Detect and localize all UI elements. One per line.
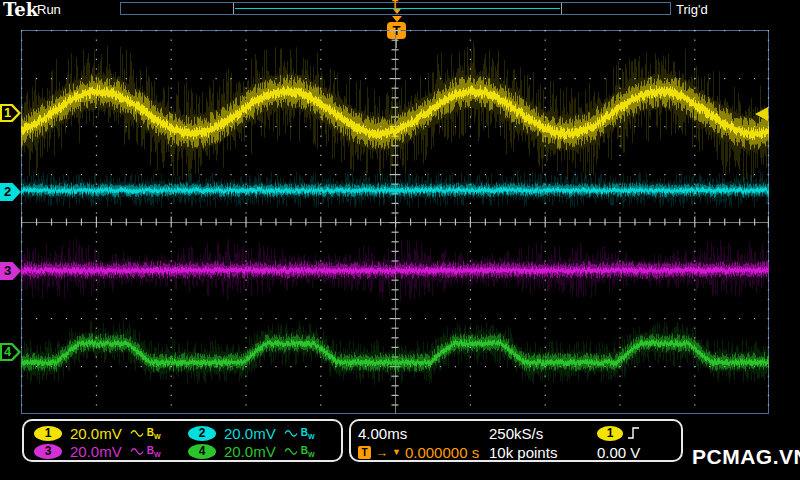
record-length: 10k points [489,444,557,460]
channel-2-marker-label: 2 [0,183,15,201]
channel-3-scale: 20.0mV [70,443,122,460]
rising-edge-slope-icon [627,426,640,440]
channel-4-scale: 20.0mV [224,443,276,460]
timebase-trigger-readout-box: 4.00ms 250kS/s 1 T → ▼ 0.000000 s 10k po… [349,419,683,462]
trigger-position-value: 0.000000 s [405,444,479,461]
channel-4-badge: 4 [188,444,216,459]
trigger-source-slope: 1 [597,425,640,441]
channel-2-marker: 2 [0,183,21,201]
channel-2-indicators: BW [284,427,315,440]
oscilloscope-screen: Tek Run Trig'd T T 1 2 3 4 1 20.0mV [0,0,800,480]
right-arrow-icon: → [375,445,388,460]
bandwidth-limit-icon: BW [147,445,161,458]
channel-4-marker: 4 [0,343,21,361]
channel-4-marker-label: 4 [0,343,15,361]
timebase-scale: 4.00ms [358,425,407,441]
channel-2-badge: 2 [188,426,216,441]
bandwidth-limit-icon: BW [147,427,161,440]
channel-3-marker: 3 [0,262,21,280]
watermark: PCMAG.VN [692,445,800,469]
trigger-t-icon: T [358,446,371,459]
channel-4-indicators: BW [284,445,315,458]
bandwidth-limit-icon: BW [301,427,315,440]
trigger-mini-arrow-icon [393,9,401,14]
trigger-position-readout: T → ▼ 0.000000 s [358,444,479,460]
trigger-source-badge: 1 [597,426,623,441]
channel-1-marker: 1 [0,104,21,122]
channel-3-indicators: BW [130,445,161,458]
channel-3-badge: 3 [34,444,62,459]
ac-coupling-icon [130,447,144,456]
channel-readout-box: 1 20.0mV BW 2 20.0mV BW 3 20.0mV BW 4 [22,419,343,462]
bandwidth-limit-icon: BW [301,445,315,458]
record-window-bracket-left [233,3,234,14]
trigger-level-arrow-icon [755,107,768,121]
channel-3-readout: 3 20.0mV BW [34,443,161,459]
channel-2-readout: 2 20.0mV BW [188,425,315,441]
record-window-bracket-right [561,3,562,14]
ac-coupling-icon [284,447,298,456]
ac-coupling-icon [130,429,144,438]
channel-1-badge: 1 [34,426,62,441]
channel-3-marker-label: 3 [0,262,15,280]
trigger-status: Trig'd [676,2,708,17]
channel-4-readout: 4 20.0mV BW [188,443,315,459]
channel-2-scale: 20.0mV [224,425,276,442]
sample-rate: 250kS/s [489,425,543,441]
channel-1-marker-label: 1 [0,104,15,122]
waveform-display [21,16,769,414]
channel-1-indicators: BW [130,427,161,440]
channel-1-readout: 1 20.0mV BW [34,425,161,441]
down-triangle-icon: ▼ [392,447,401,457]
channel-1-scale: 20.0mV [70,425,122,442]
acquisition-status: Run [37,2,61,17]
ac-coupling-icon [284,429,298,438]
trigger-level-readout: 0.00 V [597,444,640,460]
